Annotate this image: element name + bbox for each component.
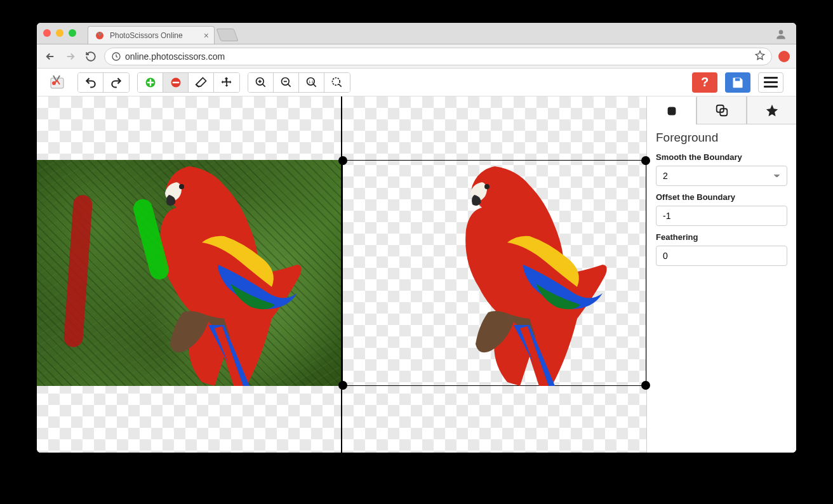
- eraser-button[interactable]: [189, 73, 214, 92]
- browser-tabstrip: PhotoScissors Online ×: [37, 23, 796, 44]
- sidebar-tab-background[interactable]: [696, 96, 747, 124]
- sidebar-content: Foreground Smooth the Boundary 2 Offset …: [647, 124, 796, 272]
- window-min-dot[interactable]: [56, 29, 63, 37]
- canvas-area: [37, 96, 646, 453]
- browser-tab[interactable]: PhotoScissors Online ×: [88, 26, 215, 44]
- undo-button[interactable]: [78, 73, 103, 92]
- reload-button[interactable]: [84, 50, 98, 63]
- zoom-out-button[interactable]: [274, 73, 299, 92]
- result-panel[interactable]: [342, 96, 646, 453]
- feather-input[interactable]: [656, 246, 787, 266]
- redo-button[interactable]: [103, 73, 129, 92]
- offset-label: Offset the Boundary: [656, 192, 787, 202]
- smooth-select[interactable]: 2: [656, 166, 787, 186]
- zoom-in-button[interactable]: [248, 73, 274, 92]
- sidebar-tabs: [647, 96, 796, 124]
- browser-window: PhotoScissors Online × online.photosciss…: [37, 23, 796, 453]
- zoom-actual-button[interactable]: 1:1: [299, 73, 324, 92]
- parrot-cutout: [418, 160, 609, 386]
- address-bar-row: online.photoscissors.com: [37, 44, 796, 69]
- mark-foreground-button[interactable]: [138, 73, 163, 92]
- profile-icon[interactable]: [775, 28, 787, 41]
- sidebar-title: Foreground: [656, 131, 787, 145]
- menu-button[interactable]: [758, 72, 783, 93]
- source-panel[interactable]: [37, 96, 342, 453]
- back-button[interactable]: [43, 50, 57, 63]
- zoom-fit-button[interactable]: [324, 73, 350, 92]
- offset-input[interactable]: [656, 206, 787, 226]
- sidebar-tab-foreground[interactable]: [647, 96, 696, 124]
- svg-point-13: [484, 184, 490, 189]
- result-image: [342, 160, 646, 386]
- move-button[interactable]: [214, 73, 239, 92]
- svg-point-11: [333, 77, 340, 85]
- sidebar: Foreground Smooth the Boundary 2 Offset …: [646, 96, 796, 453]
- app-logo-icon: [50, 74, 66, 91]
- workspace: Foreground Smooth the Boundary 2 Offset …: [37, 96, 796, 453]
- window-max-dot[interactable]: [69, 29, 76, 37]
- save-button[interactable]: [725, 72, 750, 93]
- window-close-dot[interactable]: [43, 29, 51, 37]
- bookmark-star-icon[interactable]: [755, 50, 765, 62]
- source-image: [37, 160, 341, 386]
- feather-label: Feathering: [656, 232, 787, 242]
- url-text: online.photoscissors.com: [125, 51, 225, 62]
- new-tab-button[interactable]: [216, 29, 238, 41]
- tab-close-icon[interactable]: ×: [204, 30, 209, 41]
- smooth-label: Smooth the Boundary: [656, 152, 787, 162]
- help-button[interactable]: ?: [692, 72, 717, 93]
- svg-text:1:1: 1:1: [309, 79, 314, 83]
- forward-button[interactable]: [63, 50, 77, 63]
- svg-rect-14: [667, 107, 676, 116]
- mark-background-button[interactable]: [163, 73, 189, 92]
- extension-icons: [778, 51, 790, 62]
- app-toolbar: 1:1 ?: [37, 69, 796, 96]
- sidebar-tab-effects[interactable]: [747, 96, 796, 124]
- favicon-icon: [95, 30, 105, 41]
- address-bar[interactable]: online.photoscissors.com: [104, 48, 772, 65]
- svg-point-1: [779, 30, 783, 34]
- extension-icon[interactable]: [778, 51, 790, 62]
- tab-title: PhotoScissors Online: [110, 31, 183, 40]
